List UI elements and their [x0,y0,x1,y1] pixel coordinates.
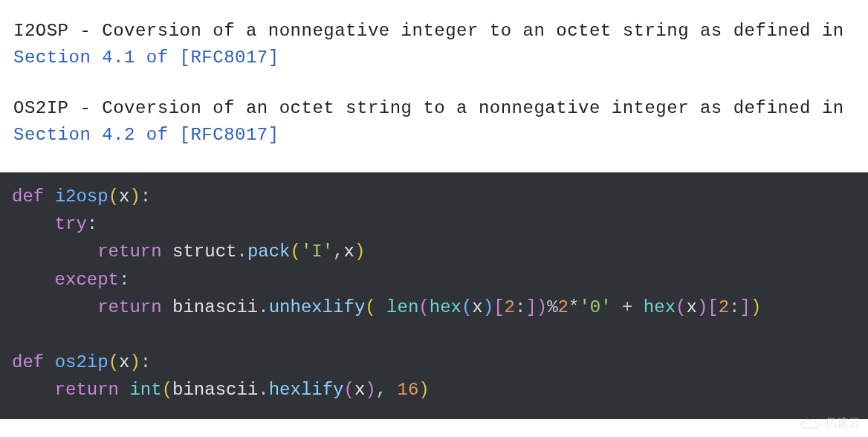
rpar: ) [697,297,707,317]
lpar: ( [290,242,300,262]
rpar: ) [483,297,493,317]
kw-return: return [97,242,161,262]
colon: : [729,297,739,317]
os2ip-link[interactable]: Section 4.2 of [RFC8017] [13,125,279,145]
comma: , [333,242,343,262]
builtin-hex: hex [644,297,676,317]
num-16: 16 [398,380,419,400]
rbr: ] [740,297,751,317]
doc-text: I2OSP - Coversion of a nonnegative integ… [0,0,868,149]
colon: : [515,297,525,317]
dot: . [236,242,247,262]
rpar: ) [537,297,547,317]
builtin-len: len [386,297,418,317]
code-block: def i2osp(x): try: return struct.pack('I… [0,172,868,419]
kw-except: except [55,270,119,290]
slice-2: 2 [719,297,729,317]
plus: + [622,297,632,317]
var-x: x [686,297,696,317]
colon: : [87,214,97,234]
var-x: x [119,187,129,207]
colon: : [119,270,129,290]
os2ip-desc: Coversion of an octet string to a nonneg… [102,98,843,118]
kw-return: return [55,380,119,400]
var-x: x [354,380,365,400]
rbr: ] [525,297,536,317]
rpar: ) [365,380,375,400]
lbr: [ [707,297,718,317]
lpar: ( [108,352,119,372]
kw-try: try [55,214,87,234]
i2osp-desc: Coversion of a nonnegative integer to an… [102,21,843,41]
lbr: [ [493,297,504,317]
dot: . [258,380,268,400]
slice-2: 2 [505,297,515,317]
i2osp-name: I2OSP [13,21,69,41]
percent: % [547,297,557,317]
colon: : [140,187,151,207]
mod-binascii: binascii [172,297,258,317]
comma: , [376,380,386,400]
mod-binascii: binascii [172,380,258,400]
fn-os2ip: os2ip [55,352,108,372]
os2ip-name: OS2IP [13,98,69,118]
lpar: ( [108,187,119,207]
attr-pack: pack [247,242,291,262]
var-x: x [344,242,354,262]
rpar: ) [129,352,140,372]
lpar: ( [418,297,429,317]
lpar: ( [162,380,172,400]
lpar: ( [365,297,375,317]
os2ip-definition: OS2IP - Coversion of an octet string to … [13,95,855,149]
var-x: x [472,297,482,317]
dash: - [69,98,103,118]
builtin-hex: hex [430,297,461,317]
rpar: ) [129,187,140,207]
str-zero: '0' [579,297,611,317]
i2osp-definition: I2OSP - Coversion of a nonnegative integ… [13,18,855,71]
i2osp-link[interactable]: Section 4.1 of [RFC8017] [13,48,279,68]
attr-unhexlify: unhexlify [269,297,366,317]
fn-i2osp: i2osp [55,187,108,207]
rpar: ) [418,380,429,400]
dash: - [69,21,103,41]
kw-def: def [12,187,44,207]
mod-struct: struct [172,242,236,262]
lpar: ( [676,297,686,317]
dot: . [258,297,268,317]
attr-hexlify: hexlify [269,380,344,400]
kw-return: return [97,297,161,317]
num-2: 2 [558,297,569,317]
rpar: ) [751,297,761,317]
var-x: x [119,352,129,372]
rpar: ) [354,242,365,262]
kw-def: def [12,352,44,372]
lpar: ( [344,380,354,400]
colon: : [140,352,151,372]
lpar: ( [461,297,472,317]
builtin-int: int [129,380,161,400]
star: * [569,297,579,317]
str-I: 'I' [301,242,333,262]
